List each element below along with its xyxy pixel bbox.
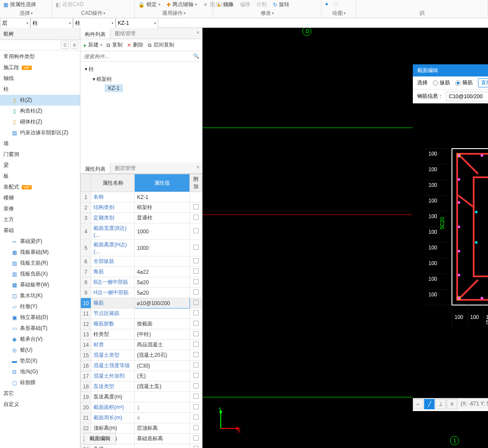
nav-item[interactable]: 板 <box>0 171 80 182</box>
checkbox[interactable] <box>193 204 199 209</box>
checkbox[interactable] <box>193 245 199 250</box>
nav-item[interactable]: 其它 <box>0 388 80 399</box>
tab-component-list[interactable]: 构件列表 <box>80 28 110 39</box>
nav-item[interactable]: 常用构件类型 <box>0 51 80 62</box>
section-edit-button[interactable]: 截面编辑 <box>84 433 116 445</box>
nav-item[interactable]: 土方 <box>0 214 80 225</box>
prop-value[interactable]: 1 <box>135 402 190 413</box>
checkbox[interactable] <box>193 310 199 315</box>
nav-item[interactable]: ═基础梁(F) <box>0 236 80 247</box>
prop-value[interactable]: 商品混凝土 <box>135 340 190 350</box>
snap-btn-2[interactable]: ╱ <box>424 399 435 409</box>
rebar-info-dropdown[interactable]: C10@100/200 <box>446 92 488 101</box>
new-button[interactable]: ▸新建▾ <box>84 41 102 49</box>
prop-value[interactable] <box>135 392 190 402</box>
checkbox[interactable] <box>193 342 199 347</box>
filter-cat1[interactable]: 柱▾ <box>30 18 73 28</box>
checkbox[interactable] <box>193 373 199 378</box>
layer-copy-button[interactable]: ⧉层间复制 <box>148 41 174 49</box>
prop-value[interactable]: 4 <box>135 413 190 423</box>
nav-view-list-icon[interactable]: ☰ <box>61 41 69 49</box>
checkbox[interactable] <box>193 258 199 263</box>
tree-child[interactable]: ▾ 框架柱 <box>85 74 198 84</box>
nav-item[interactable]: ▯柱(Z) <box>0 95 80 106</box>
prop-value[interactable]: 1000 <box>135 223 190 240</box>
nav-item[interactable]: ▯构造柱(Z) <box>0 106 80 116</box>
radio-stirrup[interactable]: 箍筋 <box>455 79 473 86</box>
nav-item[interactable]: ◫集水坑(K) <box>0 290 80 301</box>
checkbox[interactable] <box>193 269 199 274</box>
prop-value[interactable] <box>135 444 190 448</box>
prop-value[interactable]: 5⌀20 <box>135 277 190 288</box>
radio-longitudinal[interactable]: 纵筋 <box>433 79 450 86</box>
snap-btn-3[interactable]: ⊥ <box>435 399 446 409</box>
filter-cat2[interactable]: 柱▾ <box>73 18 116 28</box>
nav-item[interactable]: ◉桩承台(V) <box>0 334 80 345</box>
close-icon[interactable]: × <box>194 28 202 39</box>
nav-item[interactable]: 施工段 VIP <box>0 62 80 73</box>
checkbox[interactable] <box>193 321 199 326</box>
filter-layer[interactable]: 层▾ <box>0 18 30 28</box>
nav-item[interactable]: ▦筏板基础(M) <box>0 247 80 258</box>
prop-value[interactable]: (中柱) <box>135 329 190 340</box>
checkbox[interactable] <box>193 425 199 430</box>
copy-button[interactable]: ⧉复制 <box>106 41 123 49</box>
tb-select[interactable]: 选择 <box>417 79 428 86</box>
nav-item[interactable]: 装修 <box>0 203 80 214</box>
nav-item[interactable]: ▣独立基础(D) <box>0 312 80 323</box>
ribbon-draw-dot[interactable]: ● <box>325 1 328 7</box>
checkbox[interactable] <box>193 446 199 448</box>
tab-property-list[interactable]: 属性列表 <box>80 163 110 173</box>
nav-item[interactable]: ▱柱墩(Y) <box>0 301 80 312</box>
prop-value[interactable]: KZ-1 <box>135 192 190 202</box>
close-icon[interactable]: × <box>194 163 202 173</box>
tab-layer-mgmt[interactable]: 图层管理 <box>110 163 140 173</box>
nav-item[interactable]: 梁 <box>0 160 80 171</box>
ribbon-select-attr[interactable]: ▦按属性选择 <box>3 1 36 8</box>
checkbox[interactable] <box>193 415 199 420</box>
prop-value[interactable]: ⌀10@100/200 <box>135 298 190 309</box>
prop-value[interactable]: 层顶标高 <box>135 423 190 434</box>
nav-item[interactable]: 自定义 <box>0 399 80 410</box>
nav-item[interactable]: ▭条形基础(T) <box>0 323 80 334</box>
nav-item[interactable]: 门窗洞 <box>0 149 80 160</box>
nav-item[interactable]: 墙 <box>0 138 80 149</box>
checkbox[interactable] <box>193 228 199 233</box>
nav-item[interactable]: 装配式 VIP <box>0 182 80 192</box>
prop-value[interactable] <box>135 256 190 267</box>
prop-value[interactable]: 按截面 <box>135 319 190 329</box>
prop-value[interactable]: 1000 <box>135 240 190 256</box>
nav-item[interactable]: ▯砌体柱(Z) <box>0 116 80 127</box>
nav-item[interactable]: 轴线 <box>0 73 80 84</box>
nav-item[interactable]: 柱 <box>0 84 80 95</box>
filter-component[interactable]: KZ-1▾ <box>116 18 158 28</box>
tree-root[interactable]: ▾ 柱 <box>85 64 198 74</box>
nav-item[interactable]: ▬垫层(X) <box>0 355 80 366</box>
checkbox[interactable] <box>193 362 199 368</box>
nav-item[interactable]: 基础 <box>0 225 80 236</box>
tb-line[interactable]: 直线 <box>478 78 488 87</box>
checkbox[interactable] <box>193 289 199 295</box>
ribbon-rotate[interactable]: ↻旋转 <box>273 1 289 8</box>
prop-value[interactable]: (混凝土20石) <box>135 350 190 361</box>
prop-value[interactable]: (混凝土泵) <box>135 382 190 392</box>
checkbox[interactable] <box>193 215 199 220</box>
tab-drawing-mgmt[interactable]: 图纸管理 <box>110 28 140 39</box>
checkbox[interactable] <box>193 383 199 388</box>
search-icon[interactable]: 🔍 <box>193 53 199 59</box>
tree-leaf-kz1[interactable]: KZ-1 <box>105 84 123 92</box>
checkbox[interactable] <box>193 279 199 284</box>
nav-item[interactable]: ◎桩(U) <box>0 345 80 355</box>
prop-value[interactable]: 5⌀20 <box>135 288 190 298</box>
checkbox[interactable] <box>193 394 199 399</box>
section-canvas[interactable]: 角筋4C2 箍筋C10 其他纵筋160 5C20 5C20 500 500 50… <box>413 103 488 398</box>
prop-value[interactable]: (无) <box>135 371 190 382</box>
nav-item[interactable]: ▢砖胎膜 <box>0 377 80 388</box>
prop-value[interactable]: 4⌀22 <box>135 267 190 277</box>
snap-btn-4[interactable]: ≡ <box>447 399 457 409</box>
snap-btn-1[interactable]: ⌐ <box>413 399 423 409</box>
nav-item[interactable]: ▥筏板负筋(X) <box>0 269 80 279</box>
nav-item[interactable]: 楼梯 <box>0 192 80 203</box>
nav-item[interactable]: ⊟地沟(G) <box>0 366 80 377</box>
checkbox[interactable] <box>193 404 199 409</box>
